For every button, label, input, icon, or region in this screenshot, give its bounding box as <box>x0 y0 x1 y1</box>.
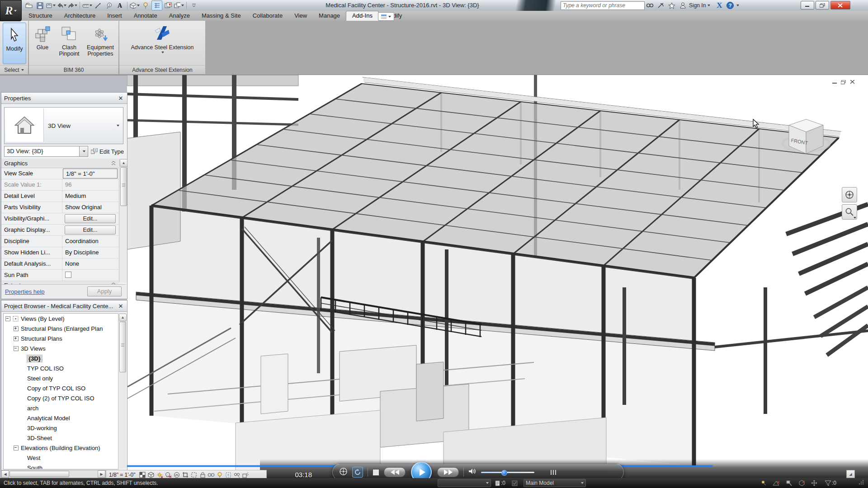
fast-forward-button[interactable] <box>437 467 459 477</box>
tree-item-typ-col-iso[interactable]: TYP COL ISO <box>4 363 118 373</box>
search-icon[interactable] <box>645 1 656 10</box>
temporary-view-properties-icon[interactable] <box>224 471 233 479</box>
application-menu-button[interactable]: R <box>0 0 22 21</box>
detail-level-icon[interactable] <box>147 471 156 479</box>
scroll-right-icon[interactable]: ▶ <box>98 470 105 478</box>
drawing-area[interactable]: FRONT <box>127 75 868 488</box>
select-by-face-icon[interactable] <box>797 479 806 487</box>
tree-item-steel-only[interactable]: Steel only <box>4 373 118 383</box>
sync-refresh-icon[interactable] <box>352 467 363 478</box>
volume-thumb[interactable] <box>501 470 507 476</box>
lock-3d-view-icon[interactable] <box>198 471 207 479</box>
view-instance-combo[interactable]: 3D View: {3D} <box>4 146 80 157</box>
zoom-button[interactable] <box>842 204 857 220</box>
help-icon[interactable]: ? <box>725 1 736 10</box>
reveal-hidden-elements-icon[interactable] <box>216 471 224 479</box>
tree-item-analytical-model[interactable]: Analytical Model <box>4 413 118 423</box>
tree-item-structural-plans-enlarged[interactable]: Structural Plans (Enlarged Plan <box>4 324 118 333</box>
tree-item-views-by-level[interactable]: Views (By Level) <box>4 314 118 324</box>
collapse-icon[interactable] <box>5 316 10 321</box>
drag-on-selection-icon[interactable] <box>810 479 818 487</box>
collapse-icon[interactable] <box>14 446 19 450</box>
tree-item-south[interactable]: South <box>4 463 118 469</box>
undo-icon[interactable] <box>57 1 66 10</box>
property-row-show-hidden-lines[interactable]: Show Hidden Li...By Discipline <box>1 247 118 258</box>
user-icon[interactable] <box>677 1 688 10</box>
rendering-dialog-icon[interactable] <box>173 471 181 479</box>
select-links-icon[interactable] <box>760 479 768 487</box>
select-panel-label[interactable]: Select <box>0 65 28 74</box>
close-hidden-windows-icon[interactable] <box>163 1 173 10</box>
active-workset-combo[interactable] <box>438 479 491 487</box>
aligned-dimension-icon[interactable] <box>93 1 103 10</box>
ribbon-display-toggle[interactable] <box>378 12 394 21</box>
favorites-star-icon[interactable] <box>666 1 677 10</box>
advance-steel-extension-button[interactable]: Advance Steel Extension <box>123 23 202 53</box>
properties-help-link[interactable]: Properties help <box>5 288 44 295</box>
tab-analyze[interactable]: Analyze <box>163 11 196 21</box>
redo-icon[interactable] <box>67 1 77 10</box>
project-browser-close-icon[interactable]: ✕ <box>117 302 124 310</box>
measure-icon[interactable] <box>82 1 92 10</box>
property-row-detail-level[interactable]: Detail LevelMedium <box>1 191 118 202</box>
edit-type-button[interactable]: Edit Type <box>91 148 124 155</box>
temporary-hide-isolate-icon[interactable] <box>207 471 216 479</box>
graphics-section-header[interactable]: Graphics <box>1 159 118 168</box>
project-browser-header[interactable]: Project Browser - Medical Facility Cente… <box>1 300 127 312</box>
switch-windows-icon[interactable] <box>174 1 184 10</box>
tree-item-3d-views[interactable]: 3D Views <box>4 343 118 353</box>
tab-architecture[interactable]: Architecture <box>58 11 101 21</box>
tab-manage[interactable]: Manage <box>313 11 346 21</box>
tag-icon[interactable]: 1 <box>104 1 114 10</box>
clash-pinpoint-button[interactable]: Clash Pinpoint <box>55 23 83 57</box>
equipment-properties-button[interactable]: Equipment Properties <box>84 23 117 57</box>
tab-massing-site[interactable]: Massing & Site <box>196 11 247 21</box>
help-dropdown-icon[interactable] <box>736 5 739 6</box>
select-underlay-icon[interactable] <box>772 479 780 487</box>
project-browser-hscrollbar[interactable]: ◀ ▶ <box>1 470 106 478</box>
tree-item-arch[interactable]: arch <box>4 403 118 413</box>
tab-annotate[interactable]: Annotate <box>128 11 163 21</box>
tab-structure[interactable]: Structure <box>23 11 58 21</box>
type-selector[interactable]: 3D View <box>4 107 123 144</box>
control-bar-grip[interactable] <box>551 470 556 475</box>
canvas-scroll-right-icon[interactable]: ◢ <box>846 470 855 478</box>
properties-scrollbar[interactable]: ▲ <box>119 159 127 282</box>
search-input[interactable] <box>561 1 645 10</box>
rewind-button[interactable] <box>384 467 406 477</box>
view-scale-button[interactable]: 1/8" = 1'-0" <box>109 472 136 478</box>
analytical-model-icon[interactable] <box>233 471 241 479</box>
property-row-sun-path[interactable]: Sun Path <box>1 270 118 281</box>
select-pinned-icon[interactable] <box>785 479 793 487</box>
sign-in-dropdown-icon[interactable] <box>708 5 710 6</box>
tree-item-copy2-typ-col-iso[interactable]: Copy (2) of TYP COL ISO <box>4 393 118 403</box>
scroll-left-icon[interactable]: ◀ <box>1 470 9 478</box>
view-minimize-button[interactable] <box>830 79 839 85</box>
collapse-icon[interactable] <box>14 346 19 351</box>
expand-icon[interactable] <box>14 336 19 341</box>
visual-style-icon[interactable] <box>138 471 147 479</box>
property-row-default-analysis[interactable]: Default Analysis...None <box>1 258 118 270</box>
tab-collaborate[interactable]: Collaborate <box>247 11 289 21</box>
subscription-icon[interactable] <box>656 1 666 10</box>
default-3d-view-icon[interactable] <box>130 1 140 10</box>
editable-only-icon[interactable] <box>511 479 519 487</box>
sync-with-central-icon[interactable] <box>46 1 56 10</box>
volume-slider[interactable] <box>481 472 534 473</box>
navigation-wheel-button[interactable] <box>842 187 857 202</box>
view-close-button[interactable] <box>849 79 857 85</box>
tree-item-copy-typ-col-iso[interactable]: Copy of TYP COL ISO <box>4 383 118 393</box>
thin-lines-icon[interactable] <box>151 0 162 10</box>
tree-item-3d-working[interactable]: 3D-working <box>4 423 118 433</box>
filter-icon[interactable] <box>824 479 832 487</box>
viewcube[interactable]: FRONT <box>780 114 832 166</box>
shadows-icon[interactable] <box>164 471 173 479</box>
design-option-combo[interactable]: Main Model <box>524 479 586 487</box>
navigation-wheel-overlay-icon[interactable] <box>339 467 348 478</box>
sun-path-icon[interactable] <box>156 471 164 479</box>
stop-button[interactable] <box>373 469 379 476</box>
exchange-apps-icon[interactable]: X <box>714 1 725 10</box>
sun-path-checkbox[interactable] <box>65 272 71 278</box>
property-row-parts-visibility[interactable]: Parts VisibilityShow Original <box>1 202 118 213</box>
project-browser-scrollbar[interactable]: ▲ <box>118 313 126 469</box>
